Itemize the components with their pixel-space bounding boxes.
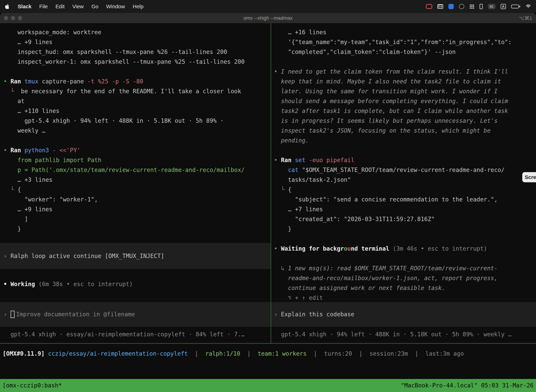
phone-icon[interactable] [479,4,483,9]
terminal-line: … +9 lines [4,37,271,47]
apple-menu-icon[interactable] [5,3,10,10]
terminal-line: … +7 lines [274,205,536,214]
text-segment: inspect task2's JSON, focusing on the st… [274,127,491,134]
text-segment: cczip/essay/ai-reimplementation-copyleft [48,350,188,357]
menu-help[interactable]: Help [133,4,144,9]
terminal-line: • Ran set -euo pipefail [274,155,536,165]
terminal-line: └ be necessary for the end of the README… [4,86,271,96]
working-status-line: • Working (6m 38s • esc to interrupt) [4,279,133,289]
text-segment: • [4,147,10,154]
terminal-line: "created_at": "2026-03-31T11:59:27.816Z" [274,214,536,224]
text-segment: capture-pane [42,78,87,85]
text-segment: "subject": "send a concise recommendatio… [274,196,498,203]
terminal-line: continue assigned work or next feasible … [274,283,536,293]
terminal-line: ⌥ + ↑ edit [274,293,536,303]
terminal-line [274,234,536,244]
text-segment: gpt-5.4 xhigh · essay/ai-reimplementatio… [4,331,245,338]
text-segment: is in progress? It seems likely but perh… [274,117,498,124]
screen-record-icon[interactable] [426,4,432,9]
input-source-icon[interactable]: A [501,4,506,9]
menu-go[interactable]: Go [91,4,98,9]
pane-divider-vertical[interactable] [271,23,271,343]
blue-app-icon[interactable] [448,4,454,9]
composer-input[interactable]: › Explain this codebase [271,302,536,327]
traffic-lights [0,16,22,20]
terminal-line: task2 after task1 is complete, but can I… [274,106,536,116]
model-status-line: gpt-5.4 xhigh · 94% left · 488K in · 5.1… [274,330,512,339]
menu-edit[interactable]: Edit [56,4,65,9]
terminal-line: tasks/task-2.json" [274,175,536,185]
text-segment: "completed","claim_token":"claim-token"}… [274,48,456,55]
window-shortcut: ⌥⌘1 [519,15,532,21]
tmux-pane-left[interactable]: workspace_mode: worktree … +9 lines insp… [0,23,271,343]
text-segment: task2 after task1 is complete, but can I… [274,107,508,114]
text-segment: ralph:1/10 [205,350,240,357]
screenshot-overlay[interactable]: Scre [522,172,536,182]
text-segment: o [344,245,347,252]
active-app-menu[interactable]: Slack [18,4,31,9]
dark-app-icon[interactable] [459,4,464,9]
terminal-line: ] [4,214,271,224]
text-segment: | [240,350,258,357]
text-segment: pending. [274,137,309,144]
text-segment: "worker": "worker-1", [4,196,98,203]
text-segment: last:3m ago [425,350,464,357]
text-segment: … +3 lines [4,176,53,183]
terminal-line: └ { [274,185,536,195]
text-segment: inspect_hud: omx sparkshell --tmux-pane … [4,48,227,55]
battery-icon[interactable] [511,5,520,9]
text-segment: › [4,251,10,261]
terminal-line: keep that in mind. Maybe I also need the… [274,77,536,86]
text-segment: { [17,186,21,193]
terminal-line: '{"team_name":"my-team","task_id":"1","f… [274,37,536,47]
text-segment: from pathlib import Path [4,157,101,163]
tmux-status-bar: [omx-cczip0:bash* "MacBook-Pro-44.local"… [0,379,536,392]
text-segment: python3 [24,147,53,154]
text-segment: -euo pipefail [309,157,354,163]
menu-file[interactable]: File [39,4,48,9]
terminal-output: … +16 lines '{"team_name":"my-team","tas… [271,23,536,303]
close-button[interactable] [4,16,8,20]
text-segment: set [295,157,309,163]
text-segment: Ralph loop active continue [OMX_TMUX_INJ… [10,251,164,261]
composer-input[interactable]: › Improve documentation in @filename [0,302,271,327]
terminal-line [274,145,536,155]
text-segment [274,167,288,173]
text-segment: [OMX#0.11.9] [3,350,48,357]
text-segment: p = Path('.omx/state/team/review-current… [4,167,245,173]
grid-app-icon[interactable] [438,4,443,9]
text-segment: nd terminal [351,245,393,252]
window-title: omx --xhigh --madmax [0,15,536,21]
text-segment: Ran [281,157,295,163]
terminal-line: … +110 lines [4,106,271,116]
terminal-line: … +9 lines [4,205,271,214]
terminal-line: … +16 lines [274,27,536,37]
pane-divider-horizontal[interactable] [0,343,536,344]
text-segment: workspace_mode: worktree [4,29,101,36]
terminal-line: should send a message before completing … [274,96,536,106]
menu-view[interactable]: View [72,4,84,9]
injected-prompt-box[interactable]: › Ralph loop active continue [OMX_TMUX_I… [0,243,271,269]
text-segment: … +16 lines [274,29,326,36]
zoom-button[interactable] [18,16,22,20]
text-segment: session:23m [369,350,408,357]
terminal-line: ↳ 1 new msg(s): read $OMX_TEAM_STATE_ROO… [274,263,536,273]
wifi-icon[interactable] [526,4,531,9]
terminal-line: └ { [4,185,271,195]
status-badge[interactable]: 61 [488,4,495,9]
text-segment: › [274,309,281,319]
menubar-status-icons: 61 A [426,4,531,9]
text-segment: | [408,350,425,357]
window-titlebar: omx --xhigh --madmax ⌥⌘1 [0,13,536,23]
tmux-window-tab[interactable]: [omx-cczip0:bash* [2,381,62,390]
menu-window[interactable]: Window [106,4,125,9]
terminal-line: } [4,224,271,234]
tmux-pane-right[interactable]: … +16 lines '{"team_name":"my-team","tas… [271,23,536,343]
terminal-line: "completed","claim_token":"claim-token"}… [274,47,536,57]
minimize-button[interactable] [11,16,15,20]
dots-grid-icon[interactable] [469,4,474,9]
text-segment: … +9 lines [4,39,53,46]
text-segment: (6m 38s • esc to interrupt) [38,281,133,288]
text-segment: └ [4,186,17,193]
terminal-line: workspace_mode: worktree [4,27,271,37]
